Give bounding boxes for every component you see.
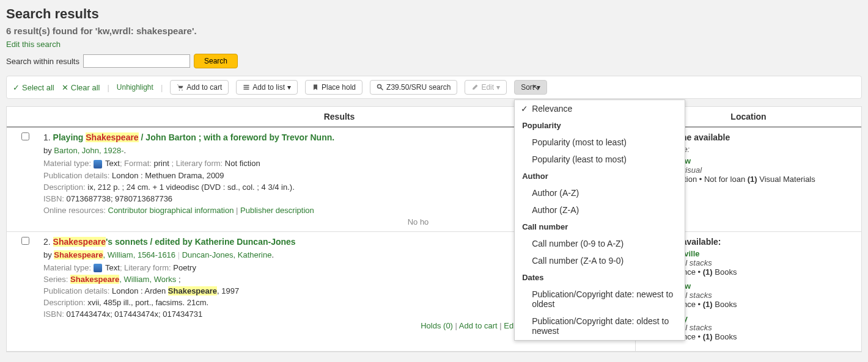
- select-checkbox[interactable]: [21, 132, 29, 140]
- results-table: Results Location 1. Playing Shakespeare …: [6, 106, 862, 352]
- loc-type: Books: [713, 267, 737, 277]
- search-icon: [377, 84, 384, 91]
- pencil-icon: [471, 84, 479, 91]
- title-post: / John Barton ; with a foreword by Trevo…: [139, 132, 334, 142]
- litform-value: Not fiction: [225, 159, 260, 168]
- series-post: , William,: [119, 275, 153, 284]
- add-to-cart-button[interactable]: Add to cart: [170, 80, 229, 95]
- title-post: 's sonnets / edited by Katherine Duncan-…: [106, 237, 296, 247]
- clear-all-link[interactable]: ✕ Clear all: [62, 83, 100, 92]
- add-cart-link[interactable]: Add to cart: [459, 321, 498, 330]
- sort-author-za[interactable]: Author (Z-A): [515, 201, 685, 219]
- result-number: 1.: [43, 132, 51, 142]
- author-post: , William, 1564-1616: [103, 250, 176, 259]
- loc-type: Books: [713, 332, 737, 341]
- sort-pub-new[interactable]: Publication/Copyright date: newest to ol…: [515, 286, 685, 313]
- sort-button[interactable]: Sort ▾: [514, 80, 547, 95]
- author-highlight: Shakespeare: [54, 250, 103, 259]
- author-link[interactable]: Duncan-Jones, Katherine: [182, 250, 272, 259]
- sort-pop-least[interactable]: Popularity (least to most): [515, 151, 685, 168]
- sep: |: [175, 250, 182, 259]
- title-highlight: Shakespeare: [53, 237, 106, 247]
- result-row: 2. Shakespeare's sonnets / edited by Kat…: [7, 232, 861, 352]
- sep: |: [234, 206, 240, 215]
- material-label: Material type:: [43, 159, 94, 168]
- sort-pop-most[interactable]: Popularity (most to least): [515, 134, 685, 151]
- series-end: ;: [176, 275, 180, 284]
- place-hold-label: Place hold: [322, 83, 356, 92]
- online-label: Online resources:: [43, 206, 108, 215]
- result-title-link[interactable]: Shakespeare's sonnets / edited by Kather…: [53, 237, 296, 247]
- loc-count: (1): [748, 175, 757, 184]
- z3950-label: Z39.50/SRU search: [386, 83, 451, 92]
- select-all-link[interactable]: ✓ Select all: [13, 83, 54, 92]
- x-icon: ✕: [62, 83, 68, 92]
- loc-count: (1): [703, 267, 713, 277]
- sort-call-za[interactable]: Call number (Z-A to 9-0): [515, 252, 685, 269]
- caret-down-icon: ▾: [496, 83, 500, 92]
- loc-type: Visual Materials: [757, 175, 815, 184]
- format-value: print: [154, 159, 172, 168]
- material-value: Text: [105, 263, 120, 272]
- title-pre: Playing: [53, 132, 86, 142]
- sort-acq-new[interactable]: Acquisition date: newest to oldest: [515, 339, 685, 341]
- add-to-list-button[interactable]: Add to list ▾: [236, 80, 298, 95]
- page-title: Search results: [6, 6, 862, 22]
- sort-author-az[interactable]: Author (A-Z): [515, 184, 685, 201]
- holds-link[interactable]: Holds (0): [421, 321, 453, 330]
- sort-group-author: Author: [515, 168, 685, 184]
- book-icon: [94, 160, 102, 168]
- select-all-label: Select all: [22, 83, 54, 92]
- caret-down-icon: ▾: [537, 83, 540, 92]
- online-link[interactable]: Contributor biographical information: [108, 206, 234, 215]
- search-within-label: Search within results: [6, 57, 79, 66]
- search-button[interactable]: Search: [194, 54, 238, 68]
- sort-relevance[interactable]: Relevance: [515, 100, 685, 117]
- result-number: 2.: [43, 237, 51, 247]
- search-within-input[interactable]: [83, 54, 190, 68]
- pub-label: Publication details:: [43, 286, 112, 295]
- sort-pub-old[interactable]: Publication/Copyright date: oldest to ne…: [515, 313, 685, 339]
- pub-value: London : Methuen Drama, 2009: [112, 171, 224, 180]
- z3950-button[interactable]: Z39.50/SRU search: [370, 80, 457, 95]
- by-label: by: [43, 250, 54, 259]
- author-link[interactable]: Shakespeare, William, 1564-1616: [54, 250, 175, 259]
- clear-all-label: Clear all: [71, 83, 100, 92]
- check-icon: ✓: [13, 83, 20, 92]
- sort-call-09[interactable]: Call number (0-9 to A-Z): [515, 235, 685, 252]
- result-title-link[interactable]: Playing Shakespeare / John Barton ; with…: [53, 132, 335, 142]
- book-icon: [94, 264, 102, 272]
- result-row: 1. Playing Shakespeare / John Barton ; w…: [7, 128, 861, 232]
- litform-label: ; Literary form:: [171, 159, 224, 168]
- bookmark-icon: [312, 84, 319, 91]
- title-highlight: Shakespeare: [86, 132, 138, 142]
- pub-post: , 1997: [217, 286, 239, 295]
- edit-search-link[interactable]: Edit this search: [6, 40, 862, 49]
- desc-label: Description:: [43, 183, 87, 192]
- svg-line-1: [381, 88, 383, 90]
- author-link[interactable]: Barton, John, 1928-: [54, 146, 123, 155]
- svg-point-0: [378, 85, 381, 89]
- period: .: [271, 250, 274, 259]
- caret-down-icon: ▾: [287, 83, 291, 92]
- desc-value: xvii, 485p ill., port., facsims. 21cm.: [87, 298, 208, 307]
- unhighlight-link[interactable]: Unhighlight: [117, 83, 153, 92]
- series-works-link[interactable]: Works: [154, 275, 177, 284]
- litform-value: Poetry: [173, 263, 196, 272]
- results-toolbar: ✓ Select all ✕ Clear all | Unhighlight |…: [6, 76, 862, 99]
- isbn-label: ISBN:: [43, 310, 67, 319]
- add-to-list-label: Add to list: [252, 83, 285, 92]
- format-label: ; Format:: [120, 159, 154, 168]
- divider: |: [161, 83, 163, 92]
- online-link[interactable]: Publisher description: [240, 206, 314, 215]
- material-value: Text: [105, 159, 120, 168]
- select-checkbox[interactable]: [21, 237, 29, 245]
- material-label: Material type:: [43, 263, 94, 272]
- period: .: [124, 146, 127, 155]
- sort-group-call: Call number: [515, 219, 685, 235]
- place-hold-button[interactable]: Place hold: [305, 80, 362, 95]
- series-label: Series:: [43, 275, 70, 284]
- loc-count: (1): [703, 332, 713, 341]
- edit-button[interactable]: Edit ▾: [465, 80, 507, 95]
- series-link[interactable]: Shakespeare, William,: [70, 275, 154, 284]
